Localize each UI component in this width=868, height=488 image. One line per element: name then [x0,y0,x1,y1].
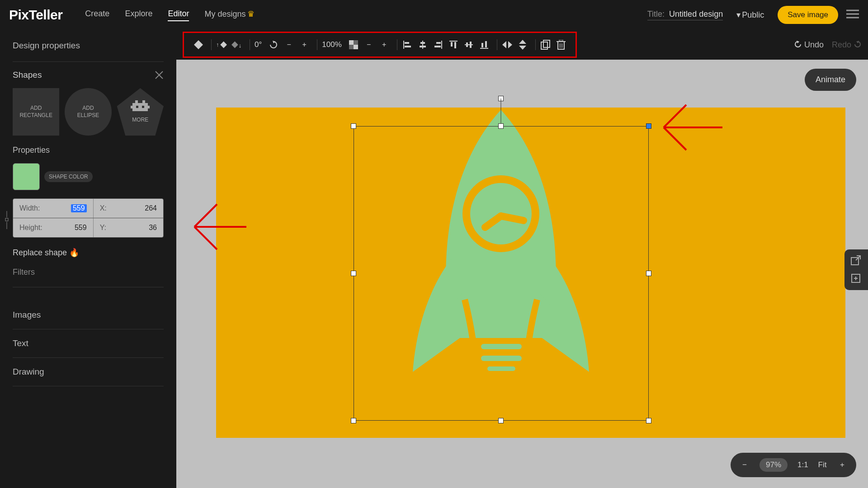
nav-mydesigns[interactable]: My designs♛ [204,9,255,21]
handle-se[interactable] [646,418,651,423]
replace-shape[interactable]: Replace shape 🔥 [13,248,164,258]
svg-marker-43 [502,41,506,48]
handle-n[interactable] [498,123,504,129]
opacity-icon[interactable] [348,39,359,50]
add-ellipse-button[interactable]: ADD ELLIPSE [65,88,111,136]
plus-icon[interactable]: + [299,39,310,50]
close-icon[interactable] [155,70,164,80]
svg-rect-33 [434,46,441,47]
svg-marker-46 [519,46,526,50]
svg-rect-38 [466,42,468,47]
minus-icon[interactable]: − [283,39,294,50]
visibility-dropdown[interactable]: Public [736,10,764,20]
shape-color-swatch[interactable] [13,163,40,190]
nav-explore[interactable]: Explore [125,9,152,21]
svg-rect-12 [5,218,8,221]
title-label: Title: [647,9,665,19]
y-cell[interactable]: Y: 36 [93,218,163,237]
undo-button[interactable]: Undo [794,40,824,50]
opacity-value[interactable]: 100% [322,40,341,49]
annotation-arrow-right [655,91,727,164]
svg-rect-54 [559,40,563,41]
svg-marker-18 [231,42,238,48]
sidebar-item-text[interactable]: Text [13,329,164,358]
rotate-icon[interactable] [268,39,279,50]
handle-w[interactable] [351,271,356,276]
rotation-value[interactable]: 0° [255,40,262,49]
delete-icon[interactable] [556,39,566,50]
right-toolbar [844,249,868,290]
title-value[interactable]: Untitled design [669,9,723,19]
save-button[interactable]: Save image [778,6,838,24]
svg-rect-8 [135,100,138,103]
svg-rect-7 [147,106,150,108]
svg-line-71 [664,127,686,150]
zoom-oneone-button[interactable]: 1:1 [797,460,807,469]
properties-title: Properties [13,145,164,155]
shape-type-icon[interactable] [193,39,204,50]
nav-editor[interactable]: Editor [168,9,189,21]
canvas[interactable]: Animate − 97% 1:1 Fit + [176,60,868,488]
svg-rect-32 [436,42,441,44]
annotation-arrow-left [176,191,249,263]
handle-sw[interactable] [351,418,356,423]
svg-marker-44 [508,41,512,48]
flip-horizontal-icon[interactable] [502,39,513,50]
zoom-out-button[interactable]: − [740,460,750,469]
animate-button[interactable]: Animate [805,69,856,91]
align-right-icon[interactable] [433,39,443,50]
svg-marker-15 [194,40,203,49]
width-cell[interactable]: Width: 559 [13,199,93,218]
height-cell[interactable]: Height: 559 [13,218,93,237]
svg-rect-26 [405,42,409,44]
nav-create[interactable]: Create [85,9,109,21]
more-shapes-button[interactable]: MORE [117,88,164,136]
zoom-in-button[interactable]: + [837,460,847,469]
invader-icon [131,100,150,114]
flip-vertical-icon[interactable] [517,39,528,50]
zoom-fit-button[interactable]: Fit [817,460,827,469]
bring-forward-icon[interactable]: ↑ [216,39,227,50]
x-value: 264 [145,204,157,212]
align-center-h-icon[interactable] [417,39,428,50]
svg-rect-29 [420,42,425,44]
plus-icon[interactable]: + [379,39,390,50]
filters[interactable]: Filters [13,267,164,287]
minus-icon[interactable]: − [363,39,374,50]
toolbar-highlight-box: ↑ ↓ 0° − + 100% − + [183,32,577,58]
collapse-handle-icon[interactable] [3,211,10,229]
handle-nw[interactable] [351,123,356,129]
redo-button: Redo [832,40,862,50]
handle-s[interactable] [498,418,504,423]
title-area[interactable]: Title: Untitled design [647,9,723,20]
align-left-icon[interactable] [402,39,413,50]
send-backward-icon[interactable]: ↓ [231,39,242,50]
svg-line-68 [194,227,217,249]
sidebar-item-images[interactable]: Images [13,301,164,329]
export-icon[interactable] [850,255,862,267]
hamburger-icon[interactable] [846,9,859,21]
align-center-v-icon[interactable] [463,39,474,50]
selection-box[interactable] [354,126,649,421]
align-top-icon[interactable] [448,39,459,50]
logo: PixTeller [9,7,62,23]
svg-rect-30 [420,46,426,47]
svg-rect-27 [405,46,411,47]
svg-line-67 [194,204,217,227]
svg-text:↑: ↑ [216,41,219,48]
x-cell[interactable]: X: 264 [93,199,163,218]
duplicate-icon[interactable] [540,39,551,50]
width-value: 559 [71,204,87,212]
svg-rect-10 [136,106,138,108]
align-bottom-icon[interactable] [479,39,490,50]
zoom-percentage[interactable]: 97% [760,458,788,472]
height-value: 559 [75,224,87,232]
add-page-icon[interactable] [850,273,862,285]
svg-marker-17 [220,42,227,48]
sidebar-item-drawing[interactable]: Drawing [13,358,164,386]
svg-rect-41 [481,43,483,47]
handle-e[interactable] [646,271,651,276]
svg-rect-36 [454,42,456,48]
add-rectangle-button[interactable]: ADD RECTANGLE [13,88,59,136]
handle-ne[interactable] [646,123,651,129]
